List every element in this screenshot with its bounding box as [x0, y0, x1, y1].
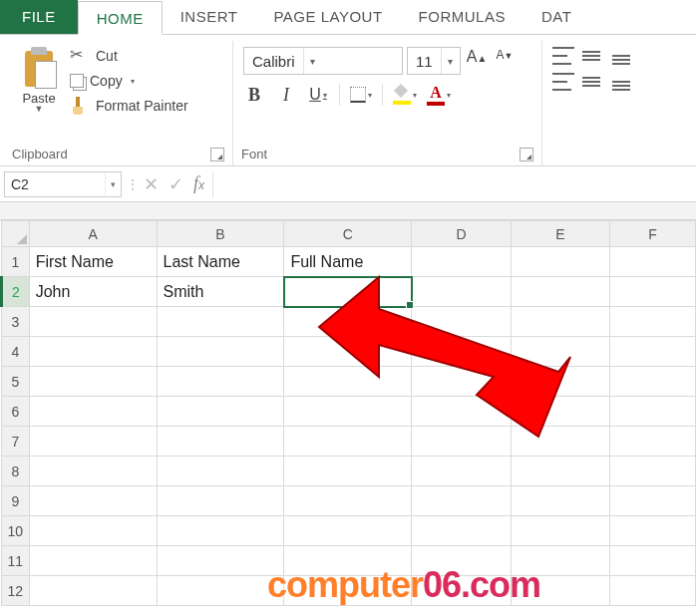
insert-function-button[interactable]: fx	[193, 173, 204, 194]
bold-button[interactable]: B	[243, 83, 265, 107]
cell-E2[interactable]	[511, 277, 609, 307]
cell-A6[interactable]	[29, 397, 157, 427]
cell-E5[interactable]	[511, 367, 609, 397]
cell-C2[interactable]	[284, 277, 412, 307]
cell-E6[interactable]	[511, 397, 609, 427]
formula-bar-gripper[interactable]: ⋮	[126, 176, 136, 192]
align-center-button[interactable]	[582, 73, 604, 91]
cell-A2[interactable]: John	[29, 277, 157, 307]
cell-F12[interactable]	[610, 576, 696, 606]
cell-A7[interactable]	[29, 427, 157, 457]
row-header-5[interactable]: 5	[2, 367, 30, 397]
column-header-F[interactable]: F	[610, 221, 696, 247]
cell-B5[interactable]	[157, 367, 284, 397]
cell-E4[interactable]	[511, 337, 609, 367]
row-header-9[interactable]: 9	[2, 486, 30, 516]
align-left-button[interactable]	[552, 73, 574, 91]
column-header-A[interactable]: A	[29, 221, 157, 247]
cell-E8[interactable]	[511, 457, 609, 486]
row-header-8[interactable]: 8	[2, 457, 30, 486]
fill-dropdown-icon[interactable]: ▾	[413, 91, 417, 100]
row-header-7[interactable]: 7	[2, 427, 30, 457]
copy-button[interactable]: Copy ▾	[70, 73, 188, 89]
format-painter-button[interactable]: Format Painter	[70, 97, 188, 115]
cell-F8[interactable]	[610, 457, 696, 486]
cell-F6[interactable]	[610, 397, 696, 427]
cell-F10[interactable]	[610, 516, 696, 546]
cell-A1[interactable]: First Name	[29, 247, 157, 277]
font-name-dropdown-icon[interactable]: ▾	[303, 48, 321, 74]
underline-button[interactable]: U▾	[307, 83, 329, 107]
row-header-4[interactable]: 4	[2, 337, 30, 367]
cell-E3[interactable]	[511, 307, 609, 337]
cell-D7[interactable]	[412, 427, 511, 457]
cell-B7[interactable]	[157, 427, 284, 457]
fill-color-button[interactable]: ▾	[393, 83, 417, 107]
font-name-combo[interactable]: Calibri ▾	[243, 47, 403, 75]
tab-home[interactable]: HOME	[78, 1, 163, 35]
cell-B12[interactable]	[157, 576, 284, 606]
cell-F11[interactable]	[610, 546, 696, 576]
cell-C10[interactable]	[284, 516, 412, 546]
align-top-button[interactable]	[552, 47, 574, 65]
select-all-corner[interactable]	[2, 221, 30, 247]
row-header-6[interactable]: 6	[2, 397, 30, 427]
grow-font-button[interactable]: A▲	[465, 48, 489, 74]
cell-D1[interactable]	[412, 247, 511, 277]
column-header-D[interactable]: D	[412, 221, 511, 247]
cell-D8[interactable]	[412, 457, 511, 486]
cell-A11[interactable]	[29, 546, 157, 576]
cell-D10[interactable]	[412, 516, 511, 546]
font-size-dropdown-icon[interactable]: ▾	[441, 48, 459, 74]
cell-A3[interactable]	[29, 307, 157, 337]
name-box[interactable]: C2 ▾	[4, 171, 122, 197]
cell-D2[interactable]	[412, 277, 511, 307]
tab-formulas[interactable]: FORMULAS	[401, 0, 523, 34]
tab-page-layout[interactable]: PAGE LAYOUT	[255, 0, 400, 34]
cell-C5[interactable]	[284, 367, 412, 397]
row-header-2[interactable]: 2	[2, 277, 30, 307]
cell-B10[interactable]	[157, 516, 284, 546]
shrink-font-button[interactable]: A▼	[493, 48, 517, 74]
cell-E1[interactable]	[511, 247, 609, 277]
cell-A4[interactable]	[29, 337, 157, 367]
cell-C4[interactable]	[284, 337, 412, 367]
row-header-12[interactable]: 12	[2, 576, 30, 606]
cell-B1[interactable]: Last Name	[157, 247, 284, 277]
tab-data[interactable]: DAT	[523, 0, 589, 34]
cell-F3[interactable]	[610, 307, 696, 337]
cell-F2[interactable]	[610, 277, 696, 307]
cell-D6[interactable]	[412, 397, 511, 427]
cell-F9[interactable]	[610, 486, 696, 516]
row-header-10[interactable]: 10	[2, 516, 30, 546]
cell-C7[interactable]	[284, 427, 412, 457]
cell-C1[interactable]: Full Name	[284, 247, 412, 277]
copy-dropdown-icon[interactable]: ▾	[131, 77, 135, 86]
align-right-button[interactable]	[612, 73, 634, 91]
italic-button[interactable]: I	[275, 83, 297, 107]
row-header-1[interactable]: 1	[2, 247, 30, 277]
font-size-combo[interactable]: 11 ▾	[407, 47, 461, 75]
cell-F4[interactable]	[610, 337, 696, 367]
cell-A8[interactable]	[29, 457, 157, 486]
cell-A9[interactable]	[29, 486, 157, 516]
cell-E10[interactable]	[511, 516, 609, 546]
cell-A10[interactable]	[29, 516, 157, 546]
cell-E9[interactable]	[511, 486, 609, 516]
tab-file[interactable]: FILE	[0, 0, 78, 34]
paste-button[interactable]: Paste ▼	[12, 43, 66, 143]
tab-insert[interactable]: INSERT	[163, 0, 256, 34]
formula-input[interactable]	[212, 171, 696, 197]
cell-B4[interactable]	[157, 337, 284, 367]
column-header-B[interactable]: B	[157, 221, 284, 247]
column-header-E[interactable]: E	[511, 221, 609, 247]
cell-F7[interactable]	[610, 427, 696, 457]
cell-B3[interactable]	[157, 307, 284, 337]
cell-E7[interactable]	[511, 427, 609, 457]
formula-cancel-icon[interactable]: ✕	[144, 173, 159, 195]
clipboard-dialog-launcher[interactable]	[210, 148, 224, 161]
border-dropdown-icon[interactable]: ▾	[368, 91, 372, 100]
name-box-dropdown-icon[interactable]: ▾	[105, 172, 121, 196]
font-color-button[interactable]: A ▾	[427, 83, 451, 107]
formula-enter-icon[interactable]: ✓	[169, 173, 183, 195]
